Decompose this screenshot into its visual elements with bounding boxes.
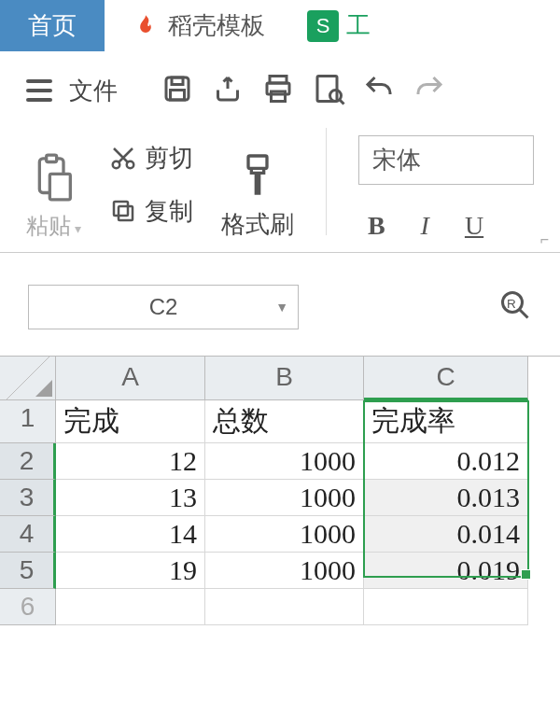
cell[interactable]: 13 (56, 480, 205, 516)
svg-rect-14 (114, 202, 128, 216)
ribbon-expand-icon[interactable]: ⌐ (540, 231, 549, 248)
cell[interactable]: 1000 (205, 443, 364, 480)
svg-text:R: R (507, 297, 516, 311)
cell[interactable]: 完成 (56, 400, 205, 443)
print-icon[interactable] (261, 72, 295, 109)
undo-icon[interactable] (362, 72, 396, 109)
cell[interactable]: 0.012 (364, 443, 528, 480)
svg-rect-6 (317, 77, 337, 102)
redo-icon[interactable] (413, 72, 446, 109)
cell[interactable] (56, 589, 205, 625)
sheet-app-icon: S (307, 10, 339, 42)
svg-rect-13 (119, 206, 133, 220)
menu-icon[interactable] (26, 79, 52, 102)
chevron-down-icon[interactable]: ▼ (275, 300, 288, 315)
flame-icon (133, 13, 159, 39)
cell[interactable]: 总数 (205, 400, 364, 443)
share-icon[interactable] (211, 72, 245, 109)
file-menu[interactable]: 文件 (69, 75, 118, 107)
row-header[interactable]: 4 (0, 516, 56, 553)
print-preview-icon[interactable] (312, 72, 345, 109)
quick-access-toolbar: 文件 (0, 51, 560, 119)
font-name-select[interactable]: 宋体 (358, 135, 534, 185)
cell[interactable]: 1000 (205, 516, 364, 553)
cell[interactable]: 19 (56, 553, 205, 589)
row-header[interactable]: 1 (0, 400, 56, 443)
tab-bar: 首页 稻壳模板 S 工 (0, 0, 560, 51)
spreadsheet-grid[interactable]: A B C 1 完成 总数 完成率 2 12 1000 0.012 3 13 1… (0, 356, 560, 625)
name-box[interactable]: C2 ▼ (28, 285, 299, 329)
cell[interactable]: 14 (56, 516, 205, 553)
cell[interactable]: 完成率 (364, 400, 528, 443)
ribbon-clipboard: 粘贴 ▾ 剪切 复制 格式刷 宋体 B I U ⌐ (0, 119, 560, 253)
copy-button[interactable]: 复制 (109, 195, 193, 228)
cell[interactable]: 0.019 (364, 553, 528, 589)
column-header-b[interactable]: B (205, 357, 364, 400)
paste-button[interactable]: 粘贴 ▾ (26, 128, 81, 252)
format-painter-button[interactable]: 格式刷 (221, 128, 294, 252)
svg-rect-1 (172, 77, 183, 85)
svg-rect-15 (248, 156, 267, 168)
cell[interactable]: 12 (56, 443, 205, 480)
svg-rect-10 (50, 174, 71, 200)
select-all-corner[interactable] (0, 357, 56, 400)
row-header[interactable]: 2 (0, 443, 56, 480)
tab-templates[interactable]: 稻壳模板 (105, 0, 293, 51)
cell[interactable]: 1000 (205, 553, 364, 589)
cut-button[interactable]: 剪切 (109, 142, 193, 175)
row-header[interactable]: 5 (0, 553, 56, 589)
tab-current-sheet[interactable]: S 工 (293, 0, 385, 51)
row-header[interactable]: 3 (0, 480, 56, 516)
svg-rect-9 (47, 155, 57, 161)
save-icon[interactable] (161, 72, 194, 109)
underline-button[interactable]: U (465, 211, 483, 241)
cell[interactable]: 0.013 (364, 480, 528, 516)
cell[interactable]: 0.014 (364, 516, 528, 553)
column-header-c[interactable]: C (364, 357, 528, 400)
italic-button[interactable]: I (421, 211, 429, 241)
bold-button[interactable]: B (368, 211, 385, 241)
cell[interactable] (205, 589, 364, 625)
cell[interactable]: 1000 (205, 480, 364, 516)
tab-home[interactable]: 首页 (0, 0, 105, 51)
row-header[interactable]: 6 (0, 589, 56, 625)
formula-bar: C2 ▼ R (0, 253, 560, 356)
cell[interactable] (364, 589, 528, 625)
find-icon[interactable]: R (498, 288, 532, 326)
column-header-a[interactable]: A (56, 357, 205, 400)
svg-rect-2 (171, 91, 185, 101)
